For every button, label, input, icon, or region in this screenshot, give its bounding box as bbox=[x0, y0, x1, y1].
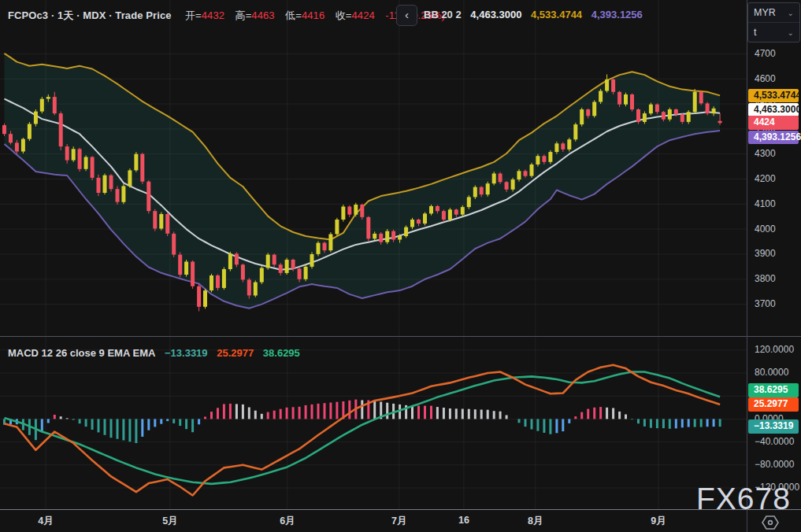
macd-hist-badge: −13.3319 bbox=[748, 419, 799, 434]
ohlc-open-value: 4432 bbox=[202, 9, 224, 21]
price-axis-label: 4000 bbox=[755, 224, 776, 235]
ohlc-high-label: 高= bbox=[235, 9, 252, 21]
macd-axis-label: 120.0000 bbox=[755, 344, 794, 355]
time-axis-label[interactable]: 16 bbox=[458, 515, 469, 526]
trading-chart-window: FCPOc3 · 1天 · MDX · Trade Price 开=4432 高… bbox=[0, 0, 801, 532]
ohlc-open-label: 开= bbox=[185, 9, 202, 21]
symbol-title[interactable]: FCPOc3 · 1天 · MDX · Trade Price bbox=[8, 9, 172, 21]
bb-basis-value: 4,463.3000 bbox=[470, 9, 521, 20]
ohlc-close-label: 收= bbox=[336, 9, 352, 21]
ohlc-high-value: 4463 bbox=[251, 9, 274, 21]
bb-upper-value: 4,533.4744 bbox=[531, 9, 582, 20]
axis-unit-panel: MYR ⌄ t ⌄ bbox=[747, 2, 800, 42]
time-axis-label[interactable]: 7月 bbox=[391, 515, 406, 528]
macd-signal-badge: 38.6295 bbox=[748, 383, 799, 397]
time-axis-label[interactable]: 4月 bbox=[38, 515, 53, 528]
fx678-watermark: FX678 bbox=[696, 482, 791, 516]
price-axis-label: 3800 bbox=[755, 273, 776, 284]
macd-line-badge: 25.2977 bbox=[748, 397, 799, 412]
time-axis-divider bbox=[0, 509, 801, 510]
price-axis-label: 4300 bbox=[755, 148, 776, 159]
bb-indicator-row[interactable]: BB 20 2 4,463.3000 4,533.4744 4,393.1256 bbox=[424, 9, 649, 20]
chevron-down-icon: ⌄ bbox=[788, 9, 794, 17]
pane-divider[interactable] bbox=[0, 336, 801, 337]
price-axis-label: 3900 bbox=[755, 248, 776, 259]
macd-line-value: 25.2977 bbox=[217, 347, 254, 359]
last-price-badge: 4424 bbox=[748, 116, 799, 130]
bb-upper-badge: 4,533.4744 bbox=[748, 89, 799, 103]
bb-title: BB 20 2 bbox=[424, 9, 462, 20]
time-axis-label[interactable]: 5月 bbox=[162, 515, 177, 528]
time-axis-label[interactable]: 6月 bbox=[280, 515, 295, 528]
price-axis-label: 4100 bbox=[755, 198, 776, 209]
price-axis-label: 4600 bbox=[755, 73, 776, 84]
symbol-header: FCPOc3 · 1天 · MDX · Trade Price 开=4432 高… bbox=[8, 9, 445, 23]
chart-canvas[interactable] bbox=[0, 0, 801, 532]
price-axis-border bbox=[747, 0, 747, 532]
unit-value: t bbox=[754, 27, 756, 38]
ohlc-low-value: 4416 bbox=[302, 9, 324, 21]
collapse-left-icon[interactable]: ‹ bbox=[396, 5, 417, 26]
macd-axis-label: −40.0000 bbox=[755, 436, 794, 447]
macd-axis-label: 80.0000 bbox=[755, 367, 788, 378]
macd-signal-value: 38.6295 bbox=[263, 347, 300, 359]
price-axis-label: 4200 bbox=[755, 173, 776, 184]
macd-axis-label: −80.0000 bbox=[755, 459, 794, 470]
currency-dropdown[interactable]: MYR ⌄ bbox=[748, 3, 799, 22]
macd-indicator-row[interactable]: MACD 12 26 close 9 EMA EMA −13.3319 25.2… bbox=[8, 347, 306, 359]
chevron-down-icon: ⌄ bbox=[788, 28, 794, 37]
ohlc-low-label: 低= bbox=[285, 9, 302, 21]
currency-value: MYR bbox=[754, 7, 776, 18]
bb-lower-value: 4,393.1256 bbox=[591, 9, 643, 20]
price-axis-label: 4700 bbox=[755, 48, 776, 59]
time-axis-label[interactable]: 9月 bbox=[651, 515, 666, 528]
unit-dropdown[interactable]: t ⌄ bbox=[748, 22, 799, 42]
bb-basis-badge: 4,463.3000 bbox=[748, 103, 799, 117]
macd-title: MACD 12 26 close 9 EMA EMA bbox=[8, 347, 155, 359]
price-axis-label: 3700 bbox=[755, 298, 776, 309]
bb-lower-badge: 4,393.1256 bbox=[748, 131, 799, 145]
time-axis-label[interactable]: 8月 bbox=[528, 515, 543, 528]
ohlc-close-value: 4424 bbox=[351, 9, 374, 21]
macd-hist-value: −13.3319 bbox=[165, 347, 208, 359]
axis-settings-icon[interactable] bbox=[761, 513, 780, 532]
